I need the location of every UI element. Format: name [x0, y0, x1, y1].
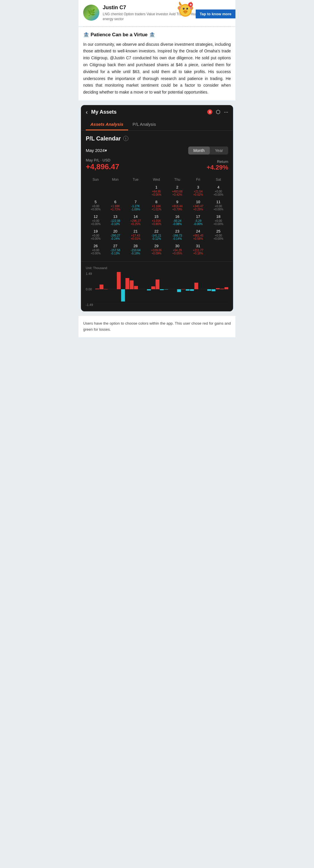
chart-y-zero: 0.00: [86, 287, 92, 291]
pl-value: +4,896.47: [86, 162, 119, 171]
calendar-day-cell[interactable]: 30 +54.29 +0.05%: [167, 242, 188, 257]
chart-bar: [130, 280, 133, 289]
pl-label: May P/L · USD: [86, 158, 119, 162]
day-number: 21: [126, 229, 145, 234]
article-section: 🏦 Patience Can be a Virtue 🏦 In our comm…: [78, 27, 236, 100]
calendar-day-cell[interactable]: 31 +211.77 +0.18%: [188, 242, 208, 257]
more-options-icon[interactable]: ···: [224, 109, 228, 115]
calendar-day-cell[interactable]: 26 +0.00 +0.00%: [86, 242, 105, 257]
day-pl: +0.00: [86, 234, 105, 237]
day-pct: +0.18%: [188, 252, 208, 255]
calendar-day-cell[interactable]: 23 -166.73 -0.14%: [167, 227, 188, 242]
calendar-day-cell[interactable]: 5 +0.00 +0.00%: [86, 198, 105, 213]
tap-to-know-more-button[interactable]: Tap to know more: [196, 9, 236, 19]
tab-assets-analysis[interactable]: Assets Analysis: [86, 119, 128, 130]
calendar-day-cell[interactable]: 13 -122.08 -0.10%: [105, 213, 125, 227]
pl-summary-right: Return +4.29%: [207, 159, 228, 171]
calendar-day-cell[interactable]: 4 +0.00 +0.00%: [209, 183, 228, 198]
day-pl: -93.24: [167, 219, 187, 222]
day-pl: +64.95: [147, 190, 166, 193]
calendar-week-row: 12 +0.00 +0.00% 13 -122.08 -0.10% 14 +29…: [86, 213, 228, 227]
day-pl: +0.00: [209, 190, 228, 193]
day-pct: +1.01%: [147, 208, 166, 211]
calendar-day-cell[interactable]: 12 +0.00 +0.00%: [86, 213, 105, 227]
chart-bar: [186, 289, 189, 291]
calendar-weekday: Fri: [188, 176, 208, 183]
period-selector[interactable]: May 2024▾: [86, 148, 107, 153]
chart-bar: [177, 289, 181, 292]
day-pct: +0.42%: [167, 193, 187, 196]
avatar: 🌿: [83, 5, 99, 21]
calendar-day-cell: [86, 183, 105, 198]
day-number: 27: [106, 244, 124, 248]
calendar-day-cell[interactable]: 14 +296.27 +0.25%: [125, 213, 146, 227]
day-pl: +1.98K: [106, 205, 124, 208]
day-pl: +211.77: [188, 249, 208, 252]
external-link-icon[interactable]: ⬡: [216, 109, 220, 115]
day-number: 1: [147, 185, 166, 189]
chart-bar: [216, 288, 220, 289]
calendar-day-cell[interactable]: 9 +916.44 +0.79%: [167, 198, 188, 213]
day-pl: -141.21: [147, 234, 166, 237]
calendar-day-cell[interactable]: 1 +64.95 +0.06%: [146, 183, 167, 198]
day-number: 4: [209, 185, 228, 189]
calendar-day-cell[interactable]: 27 -157.58 -0.13%: [105, 242, 125, 257]
chart-bar: [212, 289, 215, 291]
calendar-day-cell[interactable]: 20 -290.27 -0.24%: [105, 227, 125, 242]
calendar-day-cell[interactable]: 29 +109.06 +0.09%: [146, 242, 167, 257]
back-icon[interactable]: ‹: [86, 109, 88, 115]
svg-text:★: ★: [189, 3, 192, 6]
pl-summary-left: May P/L · USD +4,896.47: [86, 158, 119, 171]
day-pl: +1.16K: [147, 205, 166, 208]
calendar-day-cell[interactable]: 8 +1.16K +1.01%: [146, 198, 167, 213]
tab-pl-analysis[interactable]: P/L Analysis: [128, 119, 161, 130]
svg-point-8: [186, 8, 188, 9]
day-number: 29: [147, 244, 166, 248]
day-pct: +0.05%: [167, 252, 187, 255]
day-number: 19: [86, 229, 105, 234]
calendar-day-cell[interactable]: 22 -141.21 -0.12%: [146, 227, 167, 242]
chart-bar: [95, 289, 99, 289]
calendar-day-cell[interactable]: 6 +1.98K +1.73%: [105, 198, 125, 213]
calendar-day-cell[interactable]: 3 +21.54 +0.02%: [188, 183, 208, 198]
day-number: 11: [209, 200, 228, 204]
year-button[interactable]: Year: [210, 147, 228, 155]
chart-bar: [134, 286, 138, 289]
calendar-day-cell[interactable]: 18 +0.00 +0.00%: [209, 213, 228, 227]
calendar-day-cell[interactable]: 25 +0.00 +0.00%: [209, 227, 228, 242]
calendar-day-cell[interactable]: 28 -210.64 -0.18%: [125, 242, 146, 257]
month-button[interactable]: Month: [188, 147, 210, 155]
footer-note-text: Users have the option to choose colors w…: [83, 321, 231, 332]
calendar-weekday: Mon: [105, 176, 125, 183]
calendar-day-cell[interactable]: 2 +483.68 +0.42%: [167, 183, 188, 198]
pl-chart-svg: [86, 272, 228, 307]
period-buttons: Month Year: [188, 147, 228, 155]
calendar-day-cell[interactable]: 17 -5.29 -0.00%: [188, 213, 208, 227]
day-pct: +0.06%: [147, 193, 166, 196]
chart-section: Unit: Thousand 1.49 0.00 -1.49: [81, 261, 233, 311]
calendar-day-cell[interactable]: 24 +681.45 +0.58%: [188, 227, 208, 242]
calendar-day-cell[interactable]: 10 +340.47 +0.29%: [188, 198, 208, 213]
day-pct: +0.58%: [188, 237, 208, 240]
day-pct: -0.10%: [106, 222, 124, 226]
return-label: Return: [207, 159, 228, 164]
svg-point-7: [183, 8, 185, 9]
calendar-week-row: 5 +0.00 +0.00% 6 +1.98K +1.73% 7 -1.27K …: [86, 198, 228, 213]
calendar-day-cell[interactable]: 21 +17.43 +0.01%: [125, 227, 146, 242]
day-number: 13: [106, 214, 124, 219]
chart-bar: [190, 289, 194, 291]
calendar-day-cell[interactable]: 11 +0.00 +0.00%: [209, 198, 228, 213]
info-icon[interactable]: i: [123, 136, 128, 141]
tap-banner: ★ Tap to know more: [176, 0, 236, 19]
day-number: 12: [86, 214, 105, 219]
day-pct: -0.13%: [106, 252, 124, 255]
calendar-day-cell[interactable]: 16 -93.24 -0.08%: [167, 213, 188, 227]
day-number: 3: [188, 185, 208, 189]
calendar-day-cell[interactable]: 7 -1.27K -1.09%: [125, 198, 146, 213]
day-pl: +0.00: [209, 219, 228, 222]
day-pct: -0.24%: [106, 237, 124, 240]
period-controls: May 2024▾ Month Year: [86, 147, 228, 155]
app-topbar: ‹ My Assets 3 ⬡ ···: [81, 105, 233, 119]
calendar-day-cell[interactable]: 19 +0.00 +0.00%: [86, 227, 105, 242]
calendar-day-cell[interactable]: 15 +1.01K +0.86%: [146, 213, 167, 227]
